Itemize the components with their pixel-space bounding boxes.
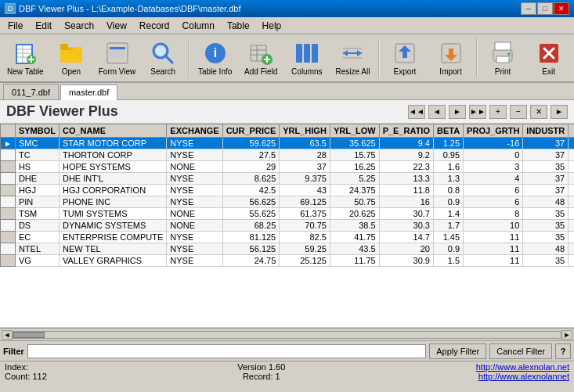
table-cell: VALLEY GRAPHICS [59,255,166,267]
nav-first-button[interactable]: ◄◄ [408,105,425,119]
status-link-1[interactable]: http://www.alexnolan.net [476,362,569,372]
table-cell: SMC [15,138,59,149]
menu-record[interactable]: Record [133,19,176,33]
table-cell: 69.125 [280,196,330,208]
horizontal-scrollbar[interactable]: ◄ ► [0,328,574,340]
table-cell: 15.75 [330,149,379,161]
new-table-button[interactable]: New Table [3,36,48,80]
col-beta[interactable]: BETA [433,124,463,138]
menu-search[interactable]: Search [58,19,100,33]
table-row[interactable]: ECENTERPRISE COMPUTENYSE81.12582.541.751… [1,232,575,243]
status-link-2[interactable]: http://www.alexnolannet [476,372,569,381]
col-proj-grth[interactable]: PROJ_GRTH [464,124,523,138]
data-table-container[interactable]: SYMBOL CO_NAME EXCHANGE CUR_PRICE YRL_HI… [0,124,574,328]
table-cell: 38.5 [330,220,379,232]
svg-marker-11 [60,49,73,50]
table-cell: 3 [464,161,523,173]
svg-rect-12 [60,44,68,49]
col-industry[interactable]: INDUSTR [523,124,569,138]
table-cell: 20 [379,243,433,255]
cancel-filter-button[interactable]: Cancel Filter [489,343,552,359]
table-cell: HS [15,161,59,173]
table-row[interactable]: DHEDHE INT'LNYSE8.6259.3755.2513.31.3437 [1,173,575,185]
maximize-button[interactable]: □ [537,2,553,15]
exit-button[interactable]: Exit [526,36,571,80]
table-cell: 63.5 [280,138,330,149]
app-icon: D [5,3,16,14]
nav-cancel-button[interactable]: ✕ [530,105,547,119]
menu-help[interactable]: Help [256,19,288,33]
table-cell: 1.25 [433,138,463,149]
hscroll-left-button[interactable]: ◄ [2,330,13,340]
menu-table[interactable]: Table [221,19,256,33]
minimize-button[interactable]: ─ [521,2,536,15]
table-row[interactable]: TSMTUMI SYSTEMSNONE55.62561.37520.62530.… [1,208,575,220]
col-yrl-low[interactable]: YRL_LOW [330,124,379,138]
hscroll-track[interactable] [13,331,561,339]
col-co-name[interactable]: CO_NAME [59,124,166,138]
nav-play-button[interactable]: ► [551,105,568,119]
col-yrl-high[interactable]: YRL_HIGH [280,124,330,138]
new-table-label: New Table [7,67,44,76]
export-button[interactable]: Export [383,36,428,80]
menu-edit[interactable]: Edit [29,19,58,33]
resize-all-label: Resize All [335,67,370,76]
nav-add-button[interactable]: + [489,105,507,119]
table-row[interactable]: PINPHONE INCNYSE56.62569.12550.75160.964… [1,196,575,208]
svg-text:i: i [213,46,216,59]
export-label: Export [393,67,416,76]
form-view-button[interactable]: Form View [95,36,139,80]
col-pe-ratio[interactable]: P_E_RATIO [379,124,433,138]
filter-input[interactable] [27,344,426,358]
table-row[interactable]: HGJHGJ CORPORATIONNYSE42.54324.37511.80.… [1,185,575,196]
table-cell: NEW TEL [59,243,166,255]
nav-prev-button[interactable]: ◄ [428,105,446,119]
table-row[interactable]: DSDYNAMIC SYSTEMSNONE68.2570.7538.530.31… [1,220,575,232]
nav-remove-button[interactable]: − [510,105,527,119]
row-indicator-cell [1,173,16,185]
col-exchange[interactable]: EXCHANGE [167,124,222,138]
table-cell: 29 [222,161,280,173]
columns-button[interactable]: Columns [285,36,330,80]
nav-controls: ◄◄ ◄ ► ►► + − ✕ ► [408,105,568,119]
open-button[interactable]: Open [49,36,94,80]
import-button[interactable]: Import [428,36,473,80]
table-cell: 56.625 [222,196,280,208]
tab-1[interactable]: 011_7.dbf [3,84,59,99]
col-cur-price[interactable]: CUR_PRICE [222,124,280,138]
col-symbol[interactable]: SYMBOL [15,124,59,138]
add-field-button[interactable]: Add Field [239,36,283,80]
table-cell: 24.375 [330,185,379,196]
menu-file[interactable]: File [2,19,29,33]
table-cell: 28 [280,149,330,161]
nav-next-button[interactable]: ► [449,105,466,119]
table-row[interactable]: ►SMCSTAR MOTOR CORPNYSE59.62563.535.6259… [1,138,575,149]
status-right: http://www.alexnolan.net http://www.alex… [476,362,569,381]
table-cell: 59.625 [222,138,280,149]
close-button[interactable]: ✕ [554,2,569,15]
table-cell: 35 [523,161,569,173]
search-button[interactable]: Search [141,36,186,80]
menu-view[interactable]: View [100,19,133,33]
table-row[interactable]: TCTHORTON CORPNYSE27.52815.759.20.95037 [1,149,575,161]
table-row[interactable]: NTELNEW TELNYSE56.12559.2543.5200.91148 [1,243,575,255]
hscroll-right-button[interactable]: ► [561,330,572,340]
title-bar-controls: ─ □ ✕ [521,2,569,15]
resize-all-button[interactable]: Resize All [330,36,375,80]
table-info-button[interactable]: i Table Info [193,36,237,80]
export-icon [392,41,417,66]
exit-label: Exit [542,67,555,76]
menu-column[interactable]: Column [176,19,221,33]
hscroll-thumb[interactable] [13,332,45,338]
table-row[interactable]: HSHOPE SYSTEMSNONE293716.2522.31.6335 [1,161,575,173]
nav-last-button[interactable]: ►► [469,105,486,119]
table-cell: NYSE [167,196,222,208]
table-row[interactable]: VGVALLEY GRAPHICSNYSE24.7525.12511.7530.… [1,255,575,267]
tab-2[interactable]: master.dbf [60,85,117,100]
apply-filter-button[interactable]: Apply Filter [429,343,486,359]
help-button[interactable]: ? [555,343,571,359]
table-cell-end [569,138,574,149]
table-cell: PHONE INC [59,196,166,208]
table-cell-end [569,161,574,173]
print-button[interactable]: Print [481,36,525,80]
